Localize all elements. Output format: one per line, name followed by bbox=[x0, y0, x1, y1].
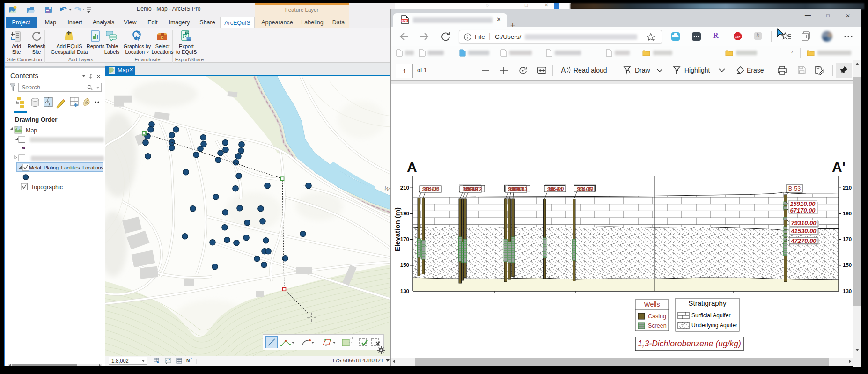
svg-text:190: 190 bbox=[843, 211, 852, 216]
svg-text:A: A bbox=[561, 66, 566, 74]
svg-text:A': A' bbox=[832, 159, 846, 175]
svg-text:79310.00: 79310.00 bbox=[791, 220, 817, 227]
svg-text:Screen: Screen bbox=[648, 323, 667, 329]
svg-text:210: 210 bbox=[400, 185, 409, 191]
svg-text:Wells: Wells bbox=[644, 301, 660, 308]
svg-text:A: A bbox=[407, 159, 417, 175]
svg-text:170: 170 bbox=[400, 236, 409, 242]
svg-text:150: 150 bbox=[843, 262, 852, 268]
svg-text:67170.00: 67170.00 bbox=[790, 207, 816, 214]
svg-text:SB-13: SB-13 bbox=[512, 186, 528, 192]
svg-text:Elevation (m): Elevation (m) bbox=[393, 207, 401, 251]
svg-text:170: 170 bbox=[843, 236, 852, 242]
svg-text:N: N bbox=[186, 358, 190, 363]
svg-text:PDF: PDF bbox=[402, 20, 407, 22]
svg-text:Underlying Aquifer: Underlying Aquifer bbox=[691, 322, 737, 329]
svg-text:Stratigraphy: Stratigraphy bbox=[689, 299, 727, 307]
svg-text:ABP: ABP bbox=[735, 36, 741, 38]
svg-text:130: 130 bbox=[400, 288, 409, 294]
svg-text:1,3-Dichlorobenzene (ug/kg): 1,3-Dichlorobenzene (ug/kg) bbox=[638, 339, 741, 348]
svg-text:47270.00: 47270.00 bbox=[790, 237, 817, 244]
svg-text:B-53: B-53 bbox=[788, 185, 801, 192]
svg-text:190: 190 bbox=[400, 211, 409, 216]
svg-text:SB-06: SB-06 bbox=[424, 186, 440, 191]
svg-text:SB-10: SB-10 bbox=[578, 186, 594, 191]
svg-text:SB-12: SB-12 bbox=[467, 186, 482, 192]
svg-text:130: 130 bbox=[843, 288, 852, 294]
svg-text:150: 150 bbox=[400, 262, 409, 268]
svg-text:SB-09: SB-09 bbox=[549, 186, 564, 191]
svg-text:210: 210 bbox=[843, 185, 852, 191]
svg-text:Casing: Casing bbox=[648, 313, 666, 320]
svg-text:41530.00: 41530.00 bbox=[790, 227, 817, 235]
svg-text:Surficial Aquifer: Surficial Aquifer bbox=[691, 312, 730, 319]
